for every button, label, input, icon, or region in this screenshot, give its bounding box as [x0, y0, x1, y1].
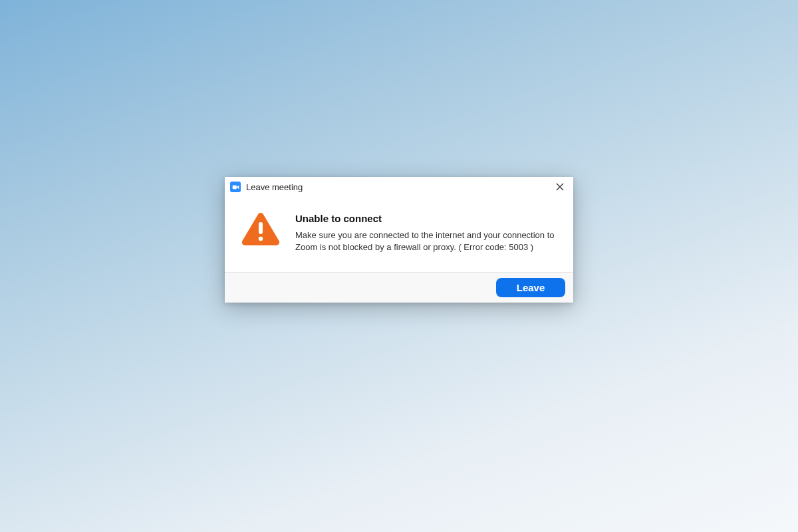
- error-message: Make sure you are connected to the inter…: [295, 229, 557, 253]
- warning-icon: [241, 211, 281, 249]
- svg-rect-1: [259, 222, 263, 234]
- close-button[interactable]: [553, 180, 567, 194]
- dialog-content: Unable to connect Make sure you are conn…: [225, 197, 573, 272]
- error-title: Unable to connect: [295, 213, 557, 224]
- leave-button[interactable]: Leave: [496, 278, 565, 297]
- close-icon: [556, 183, 564, 191]
- dialog-titlebar: Leave meeting: [225, 177, 573, 197]
- zoom-app-icon: [230, 182, 241, 192]
- dialog-footer: Leave: [225, 272, 573, 303]
- leave-meeting-dialog: Leave meeting Unable to connect Make sur…: [225, 177, 573, 303]
- svg-point-2: [259, 237, 263, 241]
- dialog-title: Leave meeting: [246, 182, 553, 192]
- message-block: Unable to connect Make sure you are conn…: [295, 210, 557, 253]
- svg-rect-0: [232, 185, 236, 189]
